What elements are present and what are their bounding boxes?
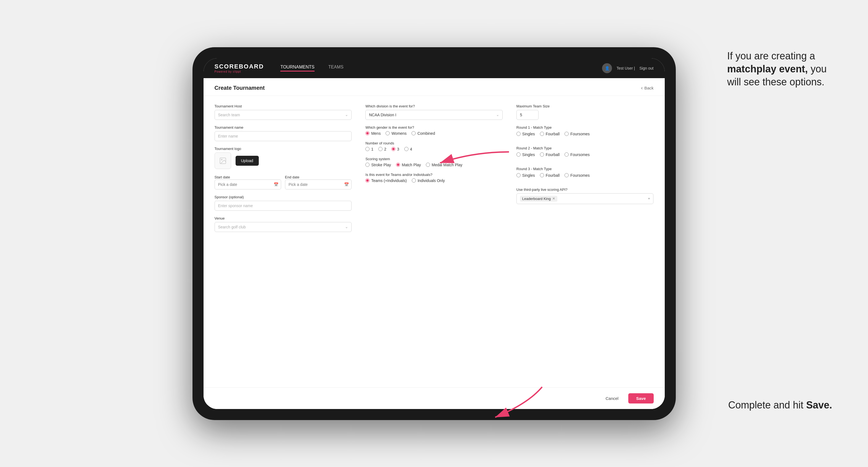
- cancel-button[interactable]: Cancel: [600, 393, 624, 403]
- rounds-field: Number of rounds 1 2: [365, 141, 503, 151]
- rounds-2[interactable]: 2: [378, 147, 386, 151]
- svg-point-1: [221, 159, 222, 160]
- save-button[interactable]: Save: [628, 393, 653, 403]
- round3-foursomes[interactable]: Foursomes: [564, 173, 590, 178]
- signout-link[interactable]: Sign out: [639, 66, 653, 70]
- api-remove-icon[interactable]: ✕: [552, 197, 555, 200]
- venue-input[interactable]: [215, 222, 352, 232]
- start-date-label: Start date: [215, 175, 230, 179]
- scoring-radio-group: Stroke Play Match Play Medal Match Play: [365, 163, 503, 167]
- start-date-wrap: 📅: [215, 180, 281, 189]
- end-date-input[interactable]: [285, 180, 351, 189]
- api-dropdown-icon: ▾: [648, 197, 650, 200]
- gender-combined-label: Combined: [417, 131, 435, 135]
- end-date-group: End date 📅: [285, 175, 351, 189]
- gender-womens[interactable]: Womens: [385, 131, 406, 135]
- round2-foursomes-label: Foursomes: [570, 152, 590, 157]
- round1-foursomes-label: Foursomes: [570, 132, 590, 136]
- division-label: Which division is the event for?: [365, 104, 503, 108]
- date-fields: Start date 📅 End date 📅: [215, 175, 352, 189]
- end-date-label: End date: [285, 175, 299, 179]
- api-field: Use third-party live scoring API? Leader…: [517, 188, 654, 204]
- rounds-3[interactable]: 3: [391, 147, 399, 151]
- scoring-stroke[interactable]: Stroke Play: [365, 163, 391, 167]
- division-select[interactable]: NCAA Division I: [365, 110, 503, 120]
- scoring-stroke-label: Stroke Play: [371, 163, 391, 167]
- individuals-option-label: Individuals Only: [417, 178, 445, 183]
- api-select-wrap[interactable]: Leaderboard King ✕ ▾: [517, 193, 654, 204]
- tournament-host-select-wrap: [215, 110, 352, 120]
- round2-foursomes[interactable]: Foursomes: [564, 152, 590, 157]
- tournament-host-field: Tournament Host: [215, 104, 352, 120]
- individuals-option[interactable]: Individuals Only: [412, 178, 445, 183]
- round1-singles[interactable]: Singles: [517, 132, 535, 136]
- rounds-4[interactable]: 4: [404, 147, 412, 151]
- round2-fourball[interactable]: Fourball: [540, 152, 560, 157]
- start-date-group: Start date 📅: [215, 175, 281, 189]
- col-left: Tournament Host Tournament name Tourname…: [215, 104, 352, 379]
- sponsor-field: Sponsor (optional): [215, 195, 352, 211]
- brand-title: SCOREBOARD: [215, 63, 264, 70]
- round1-singles-label: Singles: [522, 132, 535, 136]
- teams-label: Is this event for Teams and/or Individua…: [365, 173, 503, 177]
- tournament-host-label: Tournament Host: [215, 104, 352, 108]
- round2-radio-group: Singles Fourball Foursomes: [517, 152, 654, 157]
- nav-links: TOURNAMENTS TEAMS: [280, 65, 602, 71]
- scoring-medal[interactable]: Medal Match Play: [426, 163, 462, 167]
- max-team-size-input[interactable]: [517, 110, 538, 120]
- round2-singles[interactable]: Singles: [517, 152, 535, 157]
- page-title: Create Tournament: [215, 85, 265, 91]
- scoring-match[interactable]: Match Play: [396, 163, 421, 167]
- col-middle: Which division is the event for? NCAA Di…: [365, 104, 503, 379]
- nav-tournaments[interactable]: TOURNAMENTS: [280, 65, 314, 71]
- tablet-screen: SCOREBOARD Powered by clippt TOURNAMENTS…: [204, 58, 665, 409]
- round3-singles[interactable]: Singles: [517, 173, 535, 178]
- back-button[interactable]: Back: [641, 85, 653, 91]
- brand-powered: Powered by clippt: [215, 70, 264, 73]
- tournament-host-input[interactable]: [215, 110, 352, 120]
- scoring-label: Scoring system: [365, 157, 503, 161]
- round2-section: Round 2 - Match Type Singles Fourball: [517, 146, 654, 157]
- gender-label: Which gender is the event for?: [365, 125, 503, 129]
- round-2-label: 2: [384, 147, 386, 151]
- gender-mens[interactable]: Mens: [365, 131, 380, 135]
- nav-teams[interactable]: TEAMS: [329, 65, 344, 71]
- gender-womens-label: Womens: [391, 131, 406, 135]
- annotation-top-right: If you are creating a matchplay event, y…: [727, 50, 832, 88]
- form-footer: Cancel Save: [204, 387, 665, 409]
- tournament-name-input[interactable]: [215, 131, 352, 141]
- round3-radio-group: Singles Fourball Foursomes: [517, 173, 654, 178]
- round3-singles-label: Singles: [522, 173, 535, 178]
- form-card: Create Tournament Back Tournament Host T…: [204, 78, 665, 409]
- tournament-logo-field: Tournament logo Upload: [215, 147, 352, 169]
- api-label: Use third-party live scoring API?: [517, 188, 654, 192]
- logo-upload-row: Upload: [215, 152, 352, 169]
- date-row: Start date 📅 End date 📅: [215, 175, 352, 189]
- max-team-size-field: Maximum Team Size: [517, 104, 654, 120]
- round3-fourball[interactable]: Fourball: [540, 173, 560, 178]
- gender-combined[interactable]: Combined: [411, 131, 435, 135]
- navbar-brand: SCOREBOARD Powered by clippt: [215, 63, 264, 73]
- user-label: Test User |: [616, 66, 635, 70]
- max-team-size-label: Maximum Team Size: [517, 104, 654, 108]
- teams-option[interactable]: Teams (+Individuals): [365, 178, 407, 183]
- start-date-input[interactable]: [215, 180, 281, 189]
- gender-mens-label: Mens: [371, 131, 380, 135]
- end-date-wrap: 📅: [285, 180, 351, 189]
- teams-radio-group: Teams (+Individuals) Individuals Only: [365, 178, 503, 183]
- teams-option-label: Teams (+Individuals): [371, 178, 407, 183]
- upload-button[interactable]: Upload: [236, 156, 259, 166]
- scoring-medal-label: Medal Match Play: [432, 163, 462, 167]
- rounds-1[interactable]: 1: [365, 147, 373, 151]
- col-right: Maximum Team Size Round 1 - Match Type S…: [517, 104, 654, 379]
- venue-label: Venue: [215, 216, 352, 220]
- teams-field: Is this event for Teams and/or Individua…: [365, 173, 503, 183]
- round1-fourball-label: Fourball: [546, 132, 560, 136]
- round1-fourball[interactable]: Fourball: [540, 132, 560, 136]
- sponsor-input[interactable]: [215, 201, 352, 211]
- round3-label: Round 3 - Match Type: [517, 167, 654, 171]
- round-3-label: 3: [397, 147, 399, 151]
- round1-foursomes[interactable]: Foursomes: [564, 132, 590, 136]
- form-header: Create Tournament Back: [204, 78, 665, 96]
- division-field: Which division is the event for? NCAA Di…: [365, 104, 503, 120]
